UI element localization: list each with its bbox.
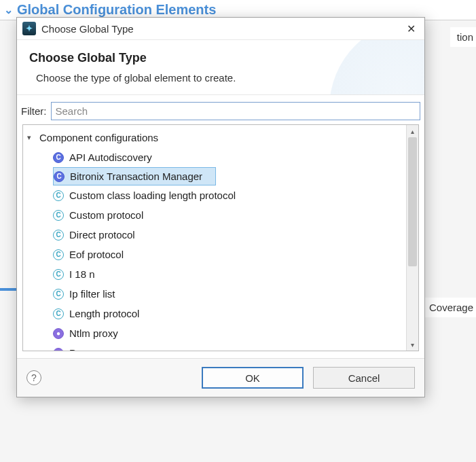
ok-button[interactable]: OK [202, 367, 304, 389]
component-icon: C [54, 171, 65, 182]
tree-item-ntlm-proxy[interactable]: ● Ntlm proxy [23, 323, 406, 343]
page-title: Global Configuration Elements [17, 2, 216, 18]
tree-item-custom-class-loading-length-protocol[interactable]: C Custom class loading length protocol [23, 185, 406, 205]
scroll-down-icon[interactable]: ▾ [407, 338, 418, 351]
app-icon: ✦ [22, 22, 36, 35]
tree-item-label: I 18 n [69, 268, 95, 280]
component-icon: C [53, 269, 64, 280]
chevron-down-icon[interactable]: ▾ [27, 133, 37, 142]
tree-item-label: Proxy [69, 347, 95, 351]
component-icon: C [53, 230, 64, 241]
choose-global-type-dialog: ✦ Choose Global Type ✕ Choose Global Typ… [16, 17, 425, 397]
background-tab-fragment: tion [450, 27, 476, 47]
tree-item-eof-protocol[interactable]: C Eof protocol [23, 245, 406, 264]
component-icon: C [53, 190, 64, 201]
tree-item-label: Eof protocol [69, 249, 124, 260]
tree-item-label: Custom class loading length protocol [69, 190, 236, 201]
tree-item-label: Ip filter list [69, 288, 115, 300]
tree-scrollbar[interactable]: ▴ ▾ [406, 125, 418, 351]
dialog-header: Choose Global Type Choose the type of gl… [17, 40, 424, 95]
dialog-heading: Choose Global Type [29, 51, 412, 65]
component-icon: C [53, 249, 64, 260]
scroll-up-icon[interactable]: ▴ [407, 125, 418, 137]
tree-item-label: Direct protocol [69, 229, 135, 241]
tree-item-label: Length protocol [69, 308, 139, 319]
window-title: Choose Global Type [41, 23, 399, 35]
component-icon: C [53, 289, 64, 300]
tree-item-i18n[interactable]: C I 18 n [23, 264, 406, 284]
filter-label: Filter: [21, 105, 47, 117]
header-decoration [329, 40, 424, 95]
tree-group-label: Component configurations [39, 132, 158, 143]
dialog-button-row: ? OK Cancel [17, 358, 424, 397]
tree-item-length-protocol[interactable]: C Length protocol [23, 304, 406, 323]
tree-item-ip-filter-list[interactable]: C Ip filter list [23, 284, 406, 304]
tree-group-component-configurations[interactable]: ▾ Component configurations [23, 128, 406, 147]
scroll-thumb[interactable] [408, 137, 417, 266]
dialog-subheading: Choose the type of global element to cre… [29, 72, 412, 84]
tree-item-label: Ntlm proxy [69, 327, 118, 339]
collapse-icon[interactable]: ⌄ [4, 3, 13, 16]
component-icon: ● [53, 348, 64, 351]
tree-item-label: Bitronix Transaction Manager [70, 171, 202, 182]
component-icon: C [53, 210, 64, 221]
component-icon: ● [53, 328, 64, 339]
close-icon[interactable]: ✕ [404, 22, 418, 35]
tree-item-custom-protocol[interactable]: C Custom protocol [23, 205, 406, 225]
component-icon: C [53, 308, 64, 319]
filter-row: Filter: [17, 95, 424, 124]
tree-item-api-autodiscovery[interactable]: C API Autodiscovery [23, 147, 406, 167]
tree-item-direct-protocol[interactable]: C Direct protocol [23, 225, 406, 245]
component-icon: C [53, 152, 64, 163]
component-tree[interactable]: ▾ Component configurations C API Autodis… [23, 125, 406, 351]
filter-input[interactable] [51, 102, 421, 120]
tree-container: ▾ Component configurations C API Autodis… [22, 124, 419, 351]
tree-item-bitronix-transaction-manager[interactable]: C Bitronix Transaction Manager [53, 167, 216, 185]
tree-item-label: API Autodiscovery [69, 152, 152, 163]
help-icon[interactable]: ? [26, 370, 41, 385]
coverage-tab[interactable]: Coverage [422, 298, 476, 317]
tree-item-proxy[interactable]: ● Proxy [23, 343, 406, 351]
tree-item-label: Custom protocol [69, 209, 143, 221]
titlebar: ✦ Choose Global Type ✕ [17, 18, 424, 40]
cancel-button[interactable]: Cancel [313, 367, 415, 389]
